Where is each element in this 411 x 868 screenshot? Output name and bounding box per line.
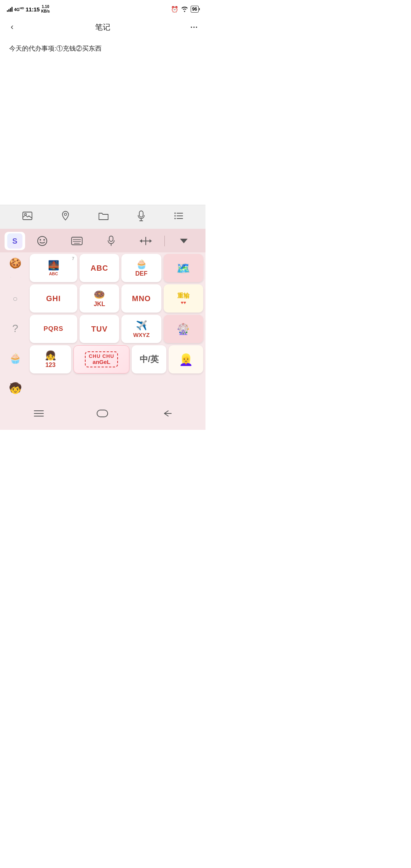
- key-abc-bridge-content: 🌉 ABC: [48, 260, 59, 276]
- donut-icon: 🍩: [94, 289, 105, 300]
- svg-rect-19: [109, 236, 113, 241]
- key-chongsu[interactable]: 重输 ♥♥: [164, 284, 203, 313]
- keyboard-grid: 🍪・ ○ ? 🧁 🧒: [0, 252, 206, 405]
- header: ‹ 笔记 ···: [0, 17, 206, 37]
- key-ferris[interactable]: 🎡: [164, 315, 203, 343]
- battery-level: 96: [192, 6, 197, 12]
- punct-question[interactable]: ?: [3, 315, 27, 342]
- key-ghi[interactable]: GHI: [30, 284, 77, 313]
- folder-icon[interactable]: [99, 212, 108, 222]
- key-abc[interactable]: ABC: [80, 254, 119, 282]
- kb-top-divider: [164, 236, 165, 246]
- emoji-face-button[interactable]: [25, 234, 60, 248]
- bottom-nav: [0, 405, 206, 427]
- home-nav-button[interactable]: [96, 408, 109, 421]
- status-left: 4GHD 11:15 1.10KB/s: [7, 5, 50, 14]
- mic-icon[interactable]: [138, 211, 145, 223]
- chongsu-text: 重输: [177, 292, 190, 300]
- content-area[interactable]: 今天的代办事项:①充钱②买东西: [0, 37, 206, 205]
- hide-keyboard-button[interactable]: [166, 236, 201, 246]
- blonde-girl-icon: 👱‍♀️: [179, 353, 193, 366]
- svg-marker-22: [140, 239, 142, 243]
- key-zh-en[interactable]: 中/英: [132, 345, 166, 373]
- girl-sticker-left[interactable]: 🧒: [3, 374, 27, 402]
- svg-rect-15: [72, 237, 82, 245]
- bridge-icon: 🌉: [48, 260, 59, 271]
- keyboard-row-3: PQRS TUV ✈️ WXYZ 🎡: [30, 315, 203, 343]
- svg-point-12: [38, 236, 47, 246]
- location-icon[interactable]: [62, 211, 69, 223]
- svg-rect-3: [139, 211, 143, 217]
- cup-icon: 🧁: [9, 353, 21, 364]
- question-icon: ?: [12, 322, 18, 335]
- svg-marker-25: [180, 239, 188, 243]
- punct-dot[interactable]: ○: [3, 285, 27, 313]
- status-right: ⏰ 96: [171, 6, 199, 13]
- dot-icon: ○: [13, 294, 18, 304]
- svg-point-13: [40, 239, 41, 241]
- wifi-icon: [181, 6, 188, 12]
- key-tuv[interactable]: TUV: [80, 315, 119, 343]
- chu-mid-text: anGeL: [92, 359, 110, 365]
- svg-marker-23: [150, 239, 151, 243]
- key-mno[interactable]: MNO: [121, 284, 161, 313]
- key-jkl[interactable]: 🍩 JKL: [80, 284, 119, 313]
- key-def-label: DEF: [135, 270, 148, 277]
- key-chu-angel[interactable]: CHU CHU anGeL: [73, 345, 129, 373]
- menu-nav-button[interactable]: [33, 409, 44, 420]
- sticker-girl2-icon: 👧: [45, 350, 56, 361]
- note-text: 今天的代办事项:①充钱②买东西: [9, 43, 196, 54]
- more-button[interactable]: ···: [190, 23, 198, 32]
- keyboard-area: S: [0, 229, 206, 430]
- page-title: 笔记: [95, 22, 110, 32]
- key-123-label: 123: [45, 362, 56, 369]
- key-abc-label: ABC: [49, 271, 58, 276]
- svg-point-2: [64, 213, 67, 215]
- key-map[interactable]: 🗺️: [164, 254, 203, 282]
- chu-angel-content: CHU CHU anGeL: [85, 351, 118, 368]
- s-icon: S: [7, 233, 22, 249]
- keyboard-button[interactable]: [60, 235, 94, 247]
- exclaim-cup-sticker[interactable]: 🧁: [3, 345, 27, 372]
- key-jkl-content: 🍩 JKL: [94, 289, 105, 308]
- back-button[interactable]: ‹: [8, 21, 16, 34]
- macaroon-sticker[interactable]: 🍪・: [3, 255, 27, 283]
- sticker-s-button[interactable]: S: [5, 232, 25, 250]
- map-icon: 🗺️: [176, 262, 190, 275]
- network-type: 4GHD: [14, 6, 24, 12]
- image-icon[interactable]: [22, 212, 32, 222]
- zh-en-text: 中/英: [140, 355, 159, 364]
- status-time: 11:15: [25, 6, 40, 13]
- signal-icon: [7, 6, 13, 12]
- status-bar: 4GHD 11:15 1.10KB/s ⏰ 96: [0, 0, 206, 17]
- key-wxyz[interactable]: ✈️ WXYZ: [121, 315, 161, 343]
- key-123-girl[interactable]: 👧 123: [30, 345, 71, 373]
- key-blonde-girl[interactable]: 👱‍♀️: [169, 345, 203, 373]
- keyboard-row-1: 🌉 ABC 7 ABC 🧁 DEF: [30, 254, 203, 282]
- keyboard-main: 🌉 ABC 7 ABC 🧁 DEF: [30, 254, 203, 403]
- keyboard-row-2: GHI 🍩 JKL MNO 重输 ♥♥: [30, 284, 203, 313]
- chongsu-hearts: ♥♥: [181, 300, 186, 305]
- key-wxyz-content: ✈️ WXYZ: [133, 320, 150, 338]
- keyboard-left-col: 🍪・ ○ ? 🧁 🧒: [2, 254, 30, 403]
- cursor-button[interactable]: [129, 235, 163, 247]
- chu-label: CHU CHU anGeL: [89, 354, 114, 365]
- kb-mic-button[interactable]: [94, 234, 129, 248]
- battery-icon: 96: [191, 6, 199, 13]
- key-abc-bridge[interactable]: 🌉 ABC 7: [30, 254, 77, 282]
- chongsu-content: 重输 ♥♥: [177, 292, 190, 305]
- girl-sticker-icon: 🧒: [9, 382, 22, 394]
- alarm-icon: ⏰: [171, 6, 178, 13]
- cupcake-icon: 🧁: [136, 259, 147, 270]
- key-pqrs[interactable]: PQRS: [30, 315, 77, 343]
- ferris-icon: 🎡: [177, 323, 190, 335]
- macaroon-icon: 🍪・: [9, 257, 21, 281]
- svg-point-9: [175, 212, 176, 214]
- back-nav-button[interactable]: [161, 409, 172, 420]
- plane-icon: ✈️: [136, 320, 147, 331]
- key-def[interactable]: 🧁 DEF: [121, 254, 161, 282]
- key-tuv-label: TUV: [91, 325, 108, 333]
- list-icon[interactable]: [174, 212, 183, 222]
- zh-en-content: 中/英: [140, 355, 159, 364]
- svg-point-11: [175, 218, 176, 219]
